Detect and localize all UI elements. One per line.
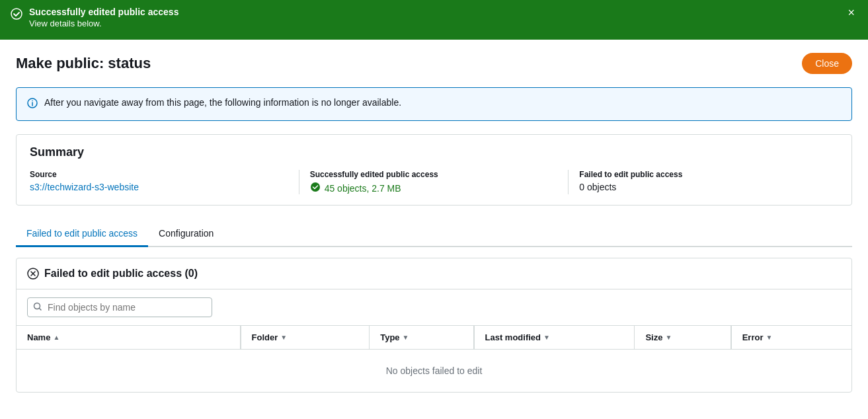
success-banner-icon [11,8,22,22]
col-header-modified[interactable]: Last modified ▼ [475,326,635,350]
success-value: 45 objects, 2.7 MB [310,182,558,194]
search-input-wrapper [27,297,212,317]
success-objects: 45 objects, 2.7 MB [325,183,401,194]
col-header-error[interactable]: Error ▼ [732,326,851,350]
main-content: Make public: status Close After you navi… [0,40,868,419]
sort-icon-error: ▼ [766,334,772,341]
success-banner: Successfully edited public access View d… [0,0,868,40]
col-header-name[interactable]: Name ▲ [17,326,240,350]
sort-icon-type: ▼ [403,334,409,341]
sort-icon-modified: ▼ [543,334,550,341]
search-container [17,289,851,326]
summary-title: Summary [30,145,838,159]
success-banner-title: Successfully edited public access [29,7,178,17]
failed-section-header: Failed to edit public access (0) [17,258,851,289]
table-header-row: Name ▲ Folder ▼ [17,326,851,350]
success-banner-text: Successfully edited public access View d… [29,7,178,28]
failed-label: Failed to edit public access [579,170,828,179]
sort-icon-name: ▲ [53,334,59,341]
objects-table: Name ▲ Folder ▼ [17,326,851,392]
failed-section: Failed to edit public access (0) [16,258,852,393]
col-header-size[interactable]: Size ▼ [635,326,730,350]
col-header-folder[interactable]: Folder ▼ [241,326,369,350]
empty-row: No objects failed to edit [17,350,851,393]
info-box: After you navigate away from this page, … [16,87,852,121]
source-link[interactable]: s3://techwizard-s3-website [30,182,139,192]
info-box-text: After you navigate away from this page, … [44,97,401,108]
success-banner-content: Successfully edited public access View d… [11,7,178,28]
source-label: Source [30,170,288,179]
summary-card: Summary Source s3://techwizard-s3-websit… [16,134,852,206]
page-title: Make public: status [16,55,151,72]
svg-point-3 [311,182,320,192]
summary-failed-col: Failed to edit public access 0 objects [569,170,838,194]
sort-icon-size: ▼ [665,334,672,341]
table-container: Name ▲ Folder ▼ [17,326,851,392]
summary-source-col: Source s3://techwizard-s3-website [30,170,299,194]
failed-count: (0) [185,268,198,279]
tab-configuration[interactable]: Configuration [148,221,224,247]
empty-message: No objects failed to edit [17,350,851,393]
search-icon [28,302,48,313]
failed-section-icon [27,268,39,280]
tab-failed-edit[interactable]: Failed to edit public access [16,221,148,247]
close-button[interactable]: Close [802,53,852,74]
col-header-type[interactable]: Type ▼ [370,326,473,350]
summary-grid: Source s3://techwizard-s3-website Succes… [30,170,838,194]
failed-section-title: Failed to edit public access (0) [44,268,198,280]
sort-icon-folder: ▼ [280,334,287,341]
source-value: s3://techwizard-s3-website [30,182,288,192]
svg-point-0 [11,9,22,19]
failed-value: 0 objects [579,182,828,192]
svg-point-2 [32,100,33,102]
banner-close-button[interactable]: × [845,7,857,19]
success-banner-subtitle: View details below. [29,19,178,28]
info-icon [27,98,38,111]
page-header: Make public: status Close [16,53,852,74]
search-input[interactable] [48,298,212,317]
success-label: Successfully edited public access [310,170,558,179]
success-check-icon [310,182,321,194]
summary-success-col: Successfully edited public access 45 obj… [299,170,569,194]
tabs-container: Failed to edit public access Configurati… [16,221,852,247]
